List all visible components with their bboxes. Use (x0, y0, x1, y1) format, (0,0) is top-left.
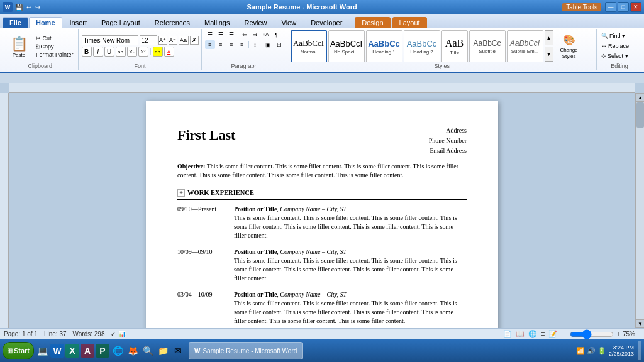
zoom-level[interactable]: 75% (623, 331, 640, 337)
taskbar-icon-project[interactable]: P (96, 344, 109, 358)
taskbar-word-app[interactable]: W Sample Resume - Microsoft Word (189, 342, 303, 359)
draft-view-button[interactable]: 📝 (547, 330, 558, 338)
show-paragraph-button[interactable]: ¶ (272, 30, 282, 39)
bullets-button[interactable]: ☰ (205, 30, 215, 39)
line-spacing-button[interactable]: ↕ (250, 40, 260, 49)
taskbar-icon-search[interactable]: 🔍 (141, 344, 155, 358)
tray-icons: 📶 🔊 🔋 (576, 347, 606, 355)
web-layout-button[interactable]: 🌐 (527, 330, 538, 338)
font-size-up-button[interactable]: A⁺ (158, 36, 167, 45)
sort-button[interactable]: ↕A (261, 30, 271, 39)
document-scroll-area[interactable]: First Last Address Phone Number Email Ad… (9, 93, 635, 328)
maximize-button[interactable]: □ (618, 2, 629, 12)
font-color-button[interactable]: A (164, 47, 174, 57)
section-expand-icon[interactable]: + (177, 189, 185, 197)
style-no-spacing[interactable]: AaBbCcI No Spaci... (328, 30, 365, 62)
styles-scroll-down[interactable]: ▼ (545, 47, 553, 62)
tab-layout[interactable]: Layout (392, 17, 427, 28)
format-painter-button[interactable]: Format Painter (34, 51, 75, 58)
decrease-indent-button[interactable]: ⇐ (240, 30, 250, 39)
borders-button[interactable]: ⊟ (274, 40, 284, 49)
styles-scroll-up[interactable]: ▲ (545, 30, 553, 45)
increase-indent-button[interactable]: ⇒ (250, 30, 260, 39)
bold-button[interactable]: B (82, 47, 92, 57)
select-button[interactable]: ⊹ Select ▾ (600, 52, 639, 60)
line-status: Line: 37 (44, 331, 67, 337)
tab-page-layout[interactable]: Page Layout (94, 17, 147, 28)
quick-access-save[interactable]: 💾 (14, 4, 24, 11)
show-desktop-button[interactable] (638, 341, 641, 360)
text-highlight-button[interactable]: ab (153, 47, 163, 57)
zoom-in-button[interactable]: + (616, 331, 620, 337)
zoom-slider[interactable] (570, 332, 614, 337)
copy-button[interactable]: ⎘ Copy (34, 43, 75, 50)
quick-access-undo[interactable]: ↩ (25, 4, 33, 11)
find-button[interactable]: 🔍 Find ▾ (600, 31, 639, 40)
tab-view[interactable]: View (275, 17, 304, 28)
title-bar-icons: W 💾 ↩ ↪ (3, 2, 42, 12)
tab-mailings[interactable]: Mailings (197, 17, 236, 28)
tab-design[interactable]: Design (355, 17, 390, 28)
network-icon[interactable]: 📶 (576, 347, 585, 355)
print-view-button[interactable]: 📄 (502, 330, 513, 338)
tab-developer[interactable]: Developer (304, 17, 349, 28)
zoom-out-button[interactable]: − (564, 331, 567, 337)
style-title[interactable]: AaB Title (441, 30, 468, 62)
quick-access-redo[interactable]: ↪ (34, 4, 42, 11)
style-subtle-em[interactable]: AaBbCcI Subtle Em... (507, 30, 543, 62)
italic-button[interactable]: I (93, 47, 103, 57)
taskbar-icon-ie[interactable]: 🌐 (111, 344, 125, 358)
start-button[interactable]: ⊞ Start (3, 342, 34, 359)
taskbar-icon-access[interactable]: A (80, 344, 94, 358)
right-scrollbar[interactable]: ▲ ▼ (635, 93, 644, 328)
taskbar-icon-excel[interactable]: X (65, 344, 79, 358)
style-normal[interactable]: AaBbCcI Normal (291, 30, 327, 62)
font-size-down-button[interactable]: A⁻ (169, 36, 177, 45)
underline-button[interactable]: U (104, 47, 114, 57)
taskbar-icon-folder[interactable]: 📁 (156, 344, 170, 358)
tab-file[interactable]: File (3, 17, 28, 28)
ribbon-content: 📋 Paste ✂ Cut ⎘ Copy Format Painter Clip… (0, 28, 644, 73)
numbering-button[interactable]: ☰ (216, 30, 226, 39)
taskbar-icon-firefox[interactable]: 🦊 (126, 344, 140, 358)
clear-format-button[interactable]: ✗ (190, 36, 199, 45)
volume-icon[interactable]: 🔊 (587, 347, 596, 355)
outline-view-button[interactable]: ≡ (540, 330, 546, 338)
tab-review[interactable]: Review (237, 17, 274, 28)
taskbar-icon-explorer[interactable]: 💻 (35, 344, 49, 358)
align-center-button[interactable]: ≡ (216, 40, 226, 49)
replace-button[interactable]: ↔ Replace (600, 41, 639, 50)
document-area: ▲ ▼ First Last Address Phone Number Emai… (0, 83, 644, 328)
spell-check-icon[interactable]: ✓ (111, 331, 116, 337)
scroll-up-button[interactable]: ▲ (636, 93, 644, 102)
change-case-button[interactable]: Aa (179, 36, 189, 45)
shading-button[interactable]: ▣ (264, 40, 274, 49)
strikethrough-button[interactable]: ab (116, 47, 126, 57)
clock[interactable]: 3:24 PM 2/25/2013 (609, 344, 634, 357)
tab-references[interactable]: References (148, 17, 197, 28)
taskbar-icon-mail[interactable]: ✉ (171, 344, 185, 358)
style-subtitle[interactable]: AaBbCc Subtitle (469, 30, 506, 62)
align-left-button[interactable]: ≡ (205, 40, 215, 49)
multilevel-button[interactable]: ☰ (226, 30, 236, 39)
style-heading2[interactable]: AaBbCc Heading 2 (404, 30, 440, 62)
minimize-button[interactable]: — (605, 2, 616, 12)
styles-group-label: Styles (291, 63, 594, 69)
superscript-button[interactable]: X² (138, 47, 148, 57)
cut-button[interactable]: ✂ Cut (34, 35, 75, 42)
close-button[interactable]: ✕ (630, 2, 641, 12)
tab-insert[interactable]: Insert (63, 17, 94, 28)
subscript-button[interactable]: X₂ (127, 47, 137, 57)
align-right-button[interactable]: ≡ (226, 40, 236, 49)
scroll-down-button[interactable]: ▼ (636, 319, 644, 328)
full-reading-button[interactable]: 📖 (514, 330, 526, 338)
style-heading1[interactable]: AaBbCc Heading 1 (366, 30, 402, 62)
paste-button[interactable]: 📋 Paste (5, 30, 33, 63)
font-name-input[interactable] (82, 35, 138, 45)
change-styles-button[interactable]: 🎨 ChangeStyles (555, 30, 584, 62)
scroll-thumb[interactable] (636, 102, 644, 128)
taskbar-icon-word[interactable]: W (50, 344, 64, 358)
font-size-input[interactable] (140, 35, 157, 45)
tab-home[interactable]: Home (29, 17, 62, 28)
justify-button[interactable]: ≡ (237, 40, 247, 49)
